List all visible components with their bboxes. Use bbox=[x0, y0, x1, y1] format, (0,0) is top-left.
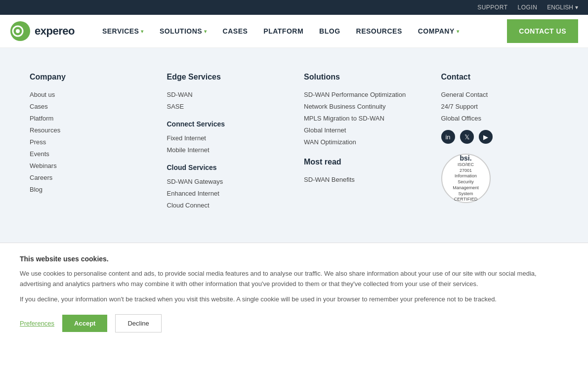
list-item: Events bbox=[30, 150, 147, 158]
contact-us-button[interactable]: CONTACT US bbox=[507, 19, 578, 43]
twitter-icon[interactable]: 𝕏 bbox=[460, 130, 474, 144]
contact-column: Contact General Contact 24/7 Support Glo… bbox=[441, 73, 559, 213]
sdwan-link[interactable]: SD-WAN bbox=[167, 91, 193, 98]
footer-columns: Company About us Cases Platform Resource… bbox=[30, 73, 558, 213]
bsi-logo-text: bsi. bbox=[460, 154, 471, 162]
general-contact-link[interactable]: General Contact bbox=[441, 91, 488, 98]
mpls-migration-link[interactable]: MPLS Migration to SD-WAN bbox=[304, 115, 384, 122]
list-item: Network Business Continuity bbox=[304, 102, 421, 110]
resources-link[interactable]: Resources bbox=[30, 126, 60, 134]
list-item: WAN Optimization bbox=[304, 138, 421, 146]
main-content: Company About us Cases Platform Resource… bbox=[0, 48, 588, 243]
edge-services-heading: Edge Services bbox=[167, 73, 285, 82]
contact-links: General Contact 24/7 Support Global Offi… bbox=[441, 90, 559, 122]
list-item: Blog bbox=[30, 185, 147, 193]
cases-link[interactable]: Cases bbox=[30, 103, 48, 110]
fixed-internet-link[interactable]: Fixed Internet bbox=[167, 134, 207, 142]
solutions-heading: Solutions bbox=[304, 73, 421, 82]
list-item: Cases bbox=[30, 102, 147, 110]
list-item: Mobile Internet bbox=[167, 146, 285, 154]
most-read-links: SD-WAN Benefits bbox=[304, 175, 421, 183]
list-item: Webinars bbox=[30, 162, 147, 169]
enhanced-internet-link[interactable]: Enhanced Internet bbox=[167, 190, 219, 197]
language-selector[interactable]: ENGLISH ▾ bbox=[547, 4, 578, 11]
about-us-link[interactable]: About us bbox=[30, 91, 55, 98]
wan-optimization-link[interactable]: WAN Optimization bbox=[304, 138, 356, 146]
connect-services-heading: Connect Services bbox=[167, 120, 285, 128]
solutions-column: Solutions SD-WAN Performance Optimizatio… bbox=[304, 73, 421, 213]
services-column: Edge Services SD-WAN SASE Connect Servic… bbox=[167, 73, 285, 213]
youtube-icon[interactable]: ▶ bbox=[479, 130, 493, 144]
accept-button[interactable]: Accept bbox=[62, 315, 107, 332]
connect-services-links: Fixed Internet Mobile Internet bbox=[167, 134, 285, 154]
nav-company[interactable]: COMPANY ▾ bbox=[410, 15, 467, 47]
sdwan-benefits-link[interactable]: SD-WAN Benefits bbox=[304, 176, 355, 183]
list-item: Careers bbox=[30, 173, 147, 181]
nav-cases[interactable]: CASES bbox=[215, 15, 256, 47]
preferences-button[interactable]: Preferences bbox=[20, 320, 54, 327]
list-item: Platform bbox=[30, 114, 147, 122]
list-item: SD-WAN Performance Optimization bbox=[304, 90, 421, 98]
most-read-heading: Most read bbox=[304, 158, 421, 166]
solutions-links: SD-WAN Performance Optimization Network … bbox=[304, 90, 421, 146]
global-offices-link[interactable]: Global Offices bbox=[441, 115, 481, 122]
list-item: SD-WAN Gateways bbox=[167, 177, 285, 185]
svg-point-2 bbox=[16, 29, 20, 33]
bsi-certification-text: ISO/IEC27001Information SecurityManageme… bbox=[446, 162, 486, 203]
contact-heading: Contact bbox=[441, 73, 559, 82]
cookie-text-1: We use cookies to personalise content an… bbox=[20, 269, 568, 289]
cloud-connect-link[interactable]: Cloud Connect bbox=[167, 202, 210, 209]
platform-link[interactable]: Platform bbox=[30, 115, 53, 122]
list-item: Enhanced Internet bbox=[167, 189, 285, 197]
mobile-internet-link[interactable]: Mobile Internet bbox=[167, 146, 210, 154]
company-heading: Company bbox=[30, 73, 147, 82]
nav-blog[interactable]: BLOG bbox=[311, 15, 348, 47]
cookie-text-2: If you decline, your information won't b… bbox=[20, 294, 568, 305]
logo-text: expereo bbox=[35, 25, 75, 38]
nav-solutions[interactable]: SOLUTIONS ▾ bbox=[152, 15, 215, 47]
company-links: About us Cases Platform Resources Press … bbox=[30, 90, 147, 193]
press-link[interactable]: Press bbox=[30, 138, 46, 146]
events-link[interactable]: Events bbox=[30, 150, 49, 158]
decline-button[interactable]: Decline bbox=[115, 314, 161, 332]
list-item: About us bbox=[30, 90, 147, 98]
language-label: ENGLISH bbox=[547, 4, 573, 11]
support-link[interactable]: SUPPORT bbox=[477, 4, 507, 11]
global-internet-link[interactable]: Global Internet bbox=[304, 126, 346, 134]
logo[interactable]: expereo bbox=[10, 15, 75, 47]
sase-link[interactable]: SASE bbox=[167, 103, 184, 110]
list-item: SD-WAN bbox=[167, 90, 285, 98]
nav-platform[interactable]: PLATFORM bbox=[255, 15, 311, 47]
network-continuity-link[interactable]: Network Business Continuity bbox=[304, 103, 385, 110]
list-item: Fixed Internet bbox=[167, 134, 285, 142]
list-item: Global Offices bbox=[441, 114, 559, 122]
list-item: SD-WAN Benefits bbox=[304, 175, 421, 183]
list-item: Global Internet bbox=[304, 126, 421, 134]
login-link[interactable]: LOGIN bbox=[517, 4, 537, 11]
webinars-link[interactable]: Webinars bbox=[30, 162, 57, 169]
social-icons: in 𝕏 ▶ bbox=[441, 130, 559, 144]
support-247-link[interactable]: 24/7 Support bbox=[441, 103, 478, 110]
blog-link[interactable]: Blog bbox=[30, 186, 42, 193]
logo-icon bbox=[10, 21, 31, 41]
cloud-services-heading: Cloud Services bbox=[167, 164, 285, 171]
company-column: Company About us Cases Platform Resource… bbox=[30, 73, 147, 213]
sdwan-gateways-link[interactable]: SD-WAN Gateways bbox=[167, 178, 223, 185]
nav-links: SERVICES ▾ SOLUTIONS ▾ CASES PLATFORM BL… bbox=[94, 15, 507, 47]
sdwan-performance-link[interactable]: SD-WAN Performance Optimization bbox=[304, 91, 406, 98]
nav-services[interactable]: SERVICES ▾ bbox=[94, 15, 152, 47]
nav-resources[interactable]: RESOURCES bbox=[348, 15, 410, 47]
edge-services-links: SD-WAN SASE bbox=[167, 90, 285, 110]
top-bar: SUPPORT LOGIN ENGLISH ▾ bbox=[0, 0, 588, 15]
careers-link[interactable]: Careers bbox=[30, 174, 52, 181]
cookie-title: This website uses cookies. bbox=[20, 255, 568, 263]
list-item: MPLS Migration to SD-WAN bbox=[304, 114, 421, 122]
cloud-services-links: SD-WAN Gateways Enhanced Internet Cloud … bbox=[167, 177, 285, 209]
list-item: Press bbox=[30, 138, 147, 146]
bsi-badge: bsi. ISO/IEC27001Information SecurityMan… bbox=[441, 154, 491, 203]
language-arrow: ▾ bbox=[575, 4, 578, 11]
linkedin-icon[interactable]: in bbox=[441, 130, 455, 144]
cookie-banner: This website uses cookies. We use cookie… bbox=[0, 243, 588, 344]
navbar: expereo SERVICES ▾ SOLUTIONS ▾ CASES PLA… bbox=[0, 15, 588, 48]
services-arrow: ▾ bbox=[141, 29, 144, 34]
